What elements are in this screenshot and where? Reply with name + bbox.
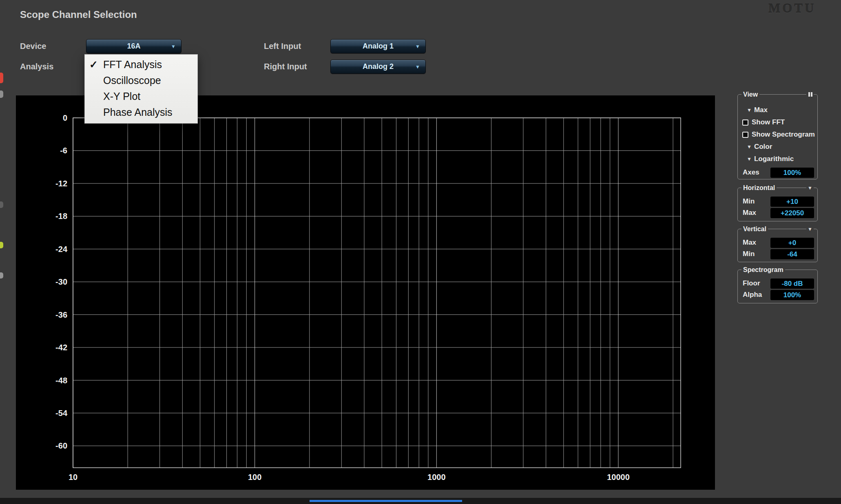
axes-value-field[interactable]: 100% <box>770 168 814 178</box>
device-dropdown[interactable]: 16A ▼ <box>86 39 181 53</box>
show-fft-checkbox[interactable] <box>742 119 748 126</box>
vertical-max-label: Max <box>743 239 756 247</box>
right-input-value: Analog 2 <box>363 62 394 71</box>
triangle-down-icon: ▼ <box>747 156 752 162</box>
svg-text:0: 0 <box>63 113 67 122</box>
vertical-panel: Vertical ▼ Max +0 Min -64 <box>737 229 818 262</box>
menu-item-label: Oscilloscope <box>103 75 161 86</box>
svg-text:100: 100 <box>248 473 261 482</box>
horizontal-max-field[interactable]: +22050 <box>770 208 814 218</box>
show-spectrogram-row[interactable]: Show Spectrogram <box>738 128 817 141</box>
vertical-max-row: Max +0 <box>738 237 817 248</box>
vertical-min-field[interactable]: -64 <box>770 249 814 259</box>
spectrogram-panel-title: Spectrogram <box>741 266 785 274</box>
right-input-dropdown[interactable]: Analog 2 ▼ <box>330 60 426 74</box>
view-color-label: Color <box>754 143 772 151</box>
vertical-min-row: Min -64 <box>738 248 817 260</box>
spectrogram-floor-label: Floor <box>743 279 760 287</box>
svg-text:-12: -12 <box>55 179 67 188</box>
axes-row: Axes 100% <box>738 167 817 178</box>
svg-text:-42: -42 <box>55 343 67 352</box>
svg-text:-60: -60 <box>55 441 67 450</box>
menu-item-label: Phase Analysis <box>103 106 173 118</box>
view-logarithmic-label: Logarithmic <box>754 155 794 163</box>
view-color-disclosure[interactable]: ▼ Color <box>738 141 817 153</box>
svg-text:10: 10 <box>69 473 77 482</box>
view-panel-title: View <box>741 91 759 98</box>
menu-item-label: X-Y Plot <box>103 91 140 102</box>
screen-edge-artifact <box>0 91 3 98</box>
device-value: 16A <box>127 42 140 51</box>
show-spectrogram-label: Show Spectrogram <box>752 130 815 139</box>
bottom-window-edge <box>0 498 841 504</box>
horizontal-panel: Horizontal ▼ Min +10 Max +22050 <box>737 188 818 221</box>
screen-edge-artifact <box>0 272 3 279</box>
chevron-down-icon: ▼ <box>415 64 420 70</box>
device-label: Device <box>20 42 46 51</box>
spectrogram-alpha-field[interactable]: 100% <box>770 290 814 300</box>
horizontal-min-label: Min <box>743 197 755 206</box>
screen-edge-artifact <box>0 73 3 83</box>
view-panel: View ▼ Max Show FFT Show Spectrogram ▼ C… <box>737 94 818 179</box>
spectrogram-alpha-label: Alpha <box>743 291 762 299</box>
svg-text:-48: -48 <box>55 376 67 385</box>
horizontal-panel-title: Horizontal <box>741 184 777 192</box>
spectrogram-panel: Spectrogram Floor -80 dB Alpha 100% <box>737 270 818 303</box>
triangle-down-icon[interactable]: ▼ <box>806 226 814 232</box>
vertical-max-field[interactable]: +0 <box>770 238 814 248</box>
svg-text:-6: -6 <box>60 146 67 155</box>
menu-item-oscilloscope[interactable]: Oscilloscope <box>85 73 197 88</box>
check-icon: ✓ <box>89 57 98 73</box>
show-fft-row[interactable]: Show FFT <box>738 116 817 128</box>
fft-chart: 0-6-12-18-24-30-36-42-48-54-601010010001… <box>16 95 715 490</box>
menu-item-fft-analysis[interactable]: ✓ FFT Analysis <box>85 57 197 73</box>
svg-text:1000: 1000 <box>427 473 446 482</box>
spectrogram-alpha-row: Alpha 100% <box>738 289 817 301</box>
page-title: Scope Channel Selection <box>20 9 137 20</box>
svg-text:-54: -54 <box>55 409 68 418</box>
pause-icon[interactable] <box>806 91 814 98</box>
horizontal-min-row: Min +10 <box>738 196 817 207</box>
right-input-label: Right Input <box>264 62 307 71</box>
menu-item-phase-analysis[interactable]: Phase Analysis <box>85 104 197 120</box>
screen-edge-artifact <box>0 242 3 248</box>
show-fft-label: Show FFT <box>752 118 785 126</box>
menu-item-label: FFT Analysis <box>103 59 162 70</box>
horizontal-max-row: Max +22050 <box>738 207 817 219</box>
fft-plot-svg: 0-6-12-18-24-30-36-42-48-54-601010010001… <box>16 95 715 490</box>
vertical-panel-title: Vertical <box>741 225 768 233</box>
svg-text:-18: -18 <box>55 212 67 221</box>
left-input-label: Left Input <box>264 42 301 51</box>
show-spectrogram-checkbox[interactable] <box>742 132 748 138</box>
view-logarithmic-disclosure[interactable]: ▼ Logarithmic <box>738 153 817 165</box>
screen-edge-artifact <box>0 201 3 208</box>
vertical-min-label: Min <box>743 250 755 258</box>
analysis-label: Analysis <box>20 62 53 71</box>
analysis-menu: ✓ FFT Analysis Oscilloscope X-Y Plot Pha… <box>84 54 198 124</box>
axes-label: Axes <box>743 168 759 177</box>
left-input-value: Analog 1 <box>363 42 394 51</box>
chevron-down-icon: ▼ <box>171 44 176 49</box>
spectrogram-floor-row: Floor -80 dB <box>738 278 817 289</box>
chevron-down-icon: ▼ <box>415 44 420 49</box>
motu-logo: MOTU <box>768 1 816 16</box>
triangle-down-icon: ▼ <box>747 107 752 113</box>
horizontal-max-label: Max <box>743 209 756 217</box>
svg-text:-30: -30 <box>55 277 67 286</box>
view-max-label: Max <box>754 106 768 114</box>
triangle-down-icon[interactable]: ▼ <box>806 185 814 191</box>
svg-text:10000: 10000 <box>607 473 630 482</box>
left-input-dropdown[interactable]: Analog 1 ▼ <box>330 39 426 53</box>
svg-text:-24: -24 <box>55 245 68 254</box>
view-max-disclosure[interactable]: ▼ Max <box>738 104 817 116</box>
svg-text:-36: -36 <box>55 310 67 319</box>
bottom-window-accent <box>310 500 462 502</box>
spectrogram-floor-field[interactable]: -80 dB <box>770 279 814 289</box>
triangle-down-icon: ▼ <box>747 144 752 150</box>
menu-item-xy-plot[interactable]: X-Y Plot <box>85 88 197 104</box>
horizontal-min-field[interactable]: +10 <box>770 197 814 207</box>
